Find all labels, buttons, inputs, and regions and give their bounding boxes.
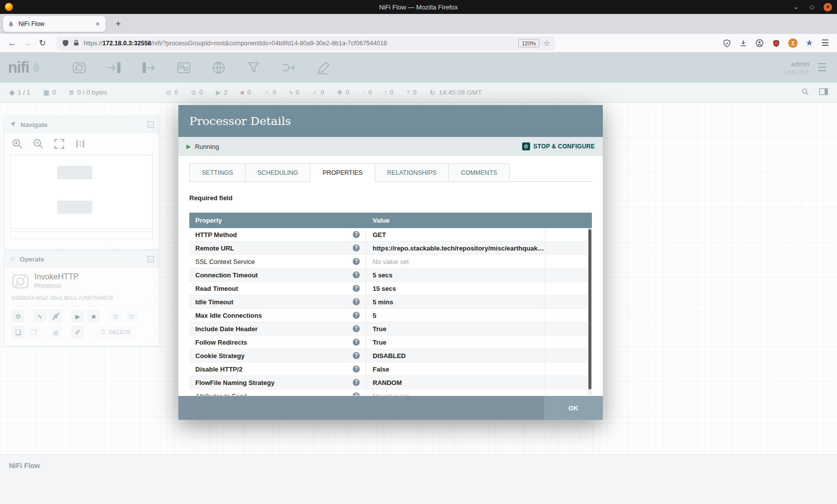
property-column-header: Property <box>189 217 366 224</box>
tab-scheduling[interactable]: SCHEDULING <box>245 163 311 182</box>
property-name: Cookie Strategy <box>195 352 245 360</box>
property-value[interactable]: GET <box>366 228 546 241</box>
property-row[interactable]: SSL Context Service?No value set <box>189 255 592 268</box>
property-value[interactable]: 5 mins <box>366 295 546 308</box>
help-icon[interactable]: ? <box>353 339 360 346</box>
property-row[interactable]: HTTP Method?GET <box>189 228 592 242</box>
stop-configure-icon: ⚙ <box>522 142 530 150</box>
scrollbar-thumb[interactable] <box>588 229 591 389</box>
property-value[interactable]: False <box>366 363 546 376</box>
property-value[interactable]: https://repo.stackable.tech/repository/m… <box>366 242 546 254</box>
new-tab-button[interactable]: + <box>113 19 124 29</box>
property-row[interactable]: Connection Timeout?5 secs <box>189 268 592 282</box>
extension-pinwheel-icon[interactable] <box>805 39 814 48</box>
properties-table-body: HTTP Method?GETRemote URL?https://repo.s… <box>189 228 592 395</box>
url-host: 172.18.0.3:32558 <box>103 40 151 47</box>
property-name: Attributes to Send <box>195 392 247 396</box>
forward-button[interactable]: → <box>20 38 35 48</box>
url-bar[interactable]: https://172.18.0.3:32558/nifi/?processGr… <box>57 36 555 50</box>
window-controls: ⌄ ◇ × <box>792 2 832 11</box>
property-name: Idle Timeout <box>195 298 233 306</box>
browser-toolbar: ← → ↻ https://172.18.0.3:32558/nifi/?pro… <box>0 34 837 53</box>
property-value[interactable]: 15 secs <box>366 282 546 295</box>
property-row[interactable]: Read Timeout?15 secs <box>189 282 592 295</box>
app-menu-icon[interactable]: ☰ <box>822 38 829 48</box>
nifi-application: nifi <box>0 53 837 504</box>
zoom-indicator[interactable]: 120% <box>518 39 539 47</box>
extension-shield-icon[interactable] <box>722 39 731 48</box>
help-icon[interactable]: ? <box>353 285 360 292</box>
help-icon[interactable]: ? <box>353 271 360 278</box>
bookmark-star-icon[interactable]: ☆ <box>544 39 550 48</box>
help-icon[interactable]: ? <box>353 379 360 386</box>
maximize-button[interactable]: ◇ <box>808 2 817 11</box>
tracking-protection-shield-icon[interactable] <box>62 39 69 47</box>
help-icon[interactable]: ? <box>353 366 360 373</box>
property-name: Max Idle Connections <box>195 312 262 319</box>
property-name: Read Timeout <box>195 285 238 292</box>
property-value[interactable]: DISABLED <box>366 349 546 362</box>
help-icon[interactable]: ? <box>353 352 360 359</box>
reload-button[interactable]: ↻ <box>35 38 50 48</box>
property-value[interactable]: True <box>366 322 546 335</box>
stop-and-configure-button[interactable]: ⚙ STOP & CONFIGURE <box>522 142 595 150</box>
help-icon[interactable]: ? <box>353 325 360 332</box>
property-value[interactable]: No value set <box>366 255 546 268</box>
property-row[interactable]: Follow Redirects?True <box>189 336 592 349</box>
property-name: Connection Timeout <box>195 271 258 279</box>
property-row[interactable]: Idle Timeout?5 mins <box>189 295 592 309</box>
ok-button[interactable]: OK <box>544 396 603 420</box>
account-container-icon[interactable] <box>755 39 764 48</box>
property-value[interactable]: 5 <box>366 309 546 322</box>
property-name: Follow Redirects <box>195 339 247 346</box>
profile-avatar[interactable] <box>788 38 798 48</box>
tab-settings[interactable]: SETTINGS <box>189 163 246 182</box>
window-title: NiFi Flow — Mozilla Firefox <box>0 3 837 11</box>
tab-comments[interactable]: COMMENTS <box>448 163 510 182</box>
url-path: /nifi/?processGroupId=root&componentIds=… <box>151 40 387 47</box>
table-scrollbar[interactable] <box>588 228 592 395</box>
property-value[interactable]: RANDOM <box>366 376 546 389</box>
property-row[interactable]: Attributes to Send?No value set <box>189 389 592 395</box>
tab-close-icon[interactable]: × <box>94 20 102 28</box>
url-scheme: https:// <box>84 40 103 47</box>
https-lock-icon[interactable] <box>73 39 80 47</box>
help-icon[interactable]: ? <box>353 298 360 305</box>
property-row[interactable]: Include Date Header?True <box>189 322 592 336</box>
dialog-status-bar: ▶ Running ⚙ STOP & CONFIGURE <box>178 137 603 156</box>
property-name: Include Date Header <box>195 325 258 333</box>
required-field-label: Required field <box>189 194 592 202</box>
help-icon[interactable]: ? <box>353 392 360 395</box>
toolbar-buttons: ☰ <box>722 38 829 48</box>
tab-properties[interactable]: PROPERTIES <box>310 163 375 182</box>
help-icon[interactable]: ? <box>353 258 360 265</box>
property-row[interactable]: Remote URL?https://repo.stackable.tech/r… <box>189 242 592 255</box>
value-column-header: Value <box>366 217 546 224</box>
close-window-button[interactable]: × <box>824 3 832 11</box>
tab-relationships[interactable]: RELATIONSHIPS <box>375 163 449 182</box>
property-row[interactable]: Disable HTTP/2?False <box>189 363 592 376</box>
property-row[interactable]: FlowFile Naming Strategy?RANDOM <box>189 376 592 389</box>
property-row[interactable]: Cookie Strategy?DISABLED <box>189 349 592 363</box>
browser-tab-bar: NiFi Flow × + <box>0 14 837 34</box>
properties-table-header: Property Value <box>189 213 592 228</box>
help-icon[interactable]: ? <box>353 245 360 252</box>
running-state-label: Running <box>195 143 219 150</box>
browser-tab[interactable]: NiFi Flow × <box>3 16 106 32</box>
ublock-icon[interactable] <box>772 39 781 48</box>
url-text[interactable]: https://172.18.0.3:32558/nifi/?processGr… <box>84 40 514 47</box>
processor-details-dialog: Processor Details ▶ Running ⚙ STOP & CON… <box>178 105 603 420</box>
help-icon[interactable]: ? <box>353 231 360 238</box>
property-value[interactable]: No value set <box>366 389 546 395</box>
downloads-icon[interactable] <box>739 39 748 48</box>
back-button[interactable]: ← <box>5 38 20 48</box>
property-name: HTTP Method <box>195 231 237 239</box>
property-value[interactable]: True <box>366 336 546 349</box>
minimize-button[interactable]: ⌄ <box>792 2 801 11</box>
stop-configure-label: STOP & CONFIGURE <box>534 143 595 150</box>
properties-table: Property Value HTTP Method?GETRemote URL… <box>189 213 592 395</box>
dialog-title: Processor Details <box>189 115 291 127</box>
help-icon[interactable]: ? <box>353 312 360 319</box>
property-value[interactable]: 5 secs <box>366 268 546 281</box>
property-row[interactable]: Max Idle Connections?5 <box>189 309 592 322</box>
